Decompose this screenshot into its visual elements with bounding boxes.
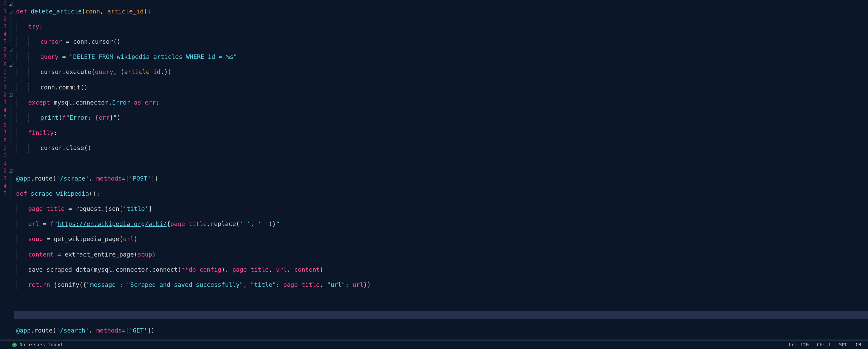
line-number[interactable]: 7 [0,129,7,137]
line-number[interactable]: 5 [0,38,7,46]
code-line[interactable]: .return jsonify({"message": "Scraped and… [14,281,868,289]
code-line[interactable]: ..print(f"Error: {err}") [14,114,868,122]
fold-guide [7,144,14,152]
fold-guide [7,38,14,46]
code-line[interactable]: @app.route('/search', methods=['GET']) [14,327,868,335]
code-line[interactable]: def delete_article(conn, article_id): [14,8,868,15]
code-line[interactable]: ..cursor.execute(query, (article_id,)) [14,68,868,76]
line-number[interactable]: 0 [0,152,7,160]
line-number[interactable]: 7 [0,53,7,61]
code-line[interactable] [14,296,868,304]
fold-guide [7,152,14,160]
code-line[interactable]: def scrape_wikipedia(): [14,190,868,198]
line-number[interactable]: 1 [0,8,7,15]
fold-guide [7,15,14,23]
code-line[interactable]: ..query = "DELETE FROM wikipedia_article… [14,53,868,61]
line-number[interactable]: 5 [0,190,7,198]
fold-guide [7,175,14,183]
fold-guide [7,99,14,106]
line-number[interactable]: 2 [0,167,7,175]
check-circle-icon: ✓ [12,343,17,347]
fold-toggle-icon[interactable] [7,61,14,69]
line-number[interactable]: 4 [0,182,7,190]
line-number[interactable]: 3 [0,23,7,31]
code-line[interactable] [14,159,868,167]
code-line[interactable]: @app.route('/scrape', methods=['POST']) [14,175,868,183]
issues-status[interactable]: No issues found [20,341,62,349]
code-line[interactable]: ..conn.commit() [14,84,868,91]
code-line[interactable]: .content = extract_entire_page(soup) [14,251,868,259]
fold-toggle-icon[interactable] [7,8,14,15]
code-line[interactable]: .try: [14,23,868,31]
line-number[interactable]: 6 [0,46,7,54]
line-number-gutter[interactable]: 0 1 2 3 4 5 6 7 8 9 0 1 2 3 4 5 6 7 8 9 … [0,0,7,340]
status-indent-mode[interactable]: SPC [839,341,847,349]
code-line[interactable]: .page_title = request.json['title'] [14,205,868,213]
code-line[interactable]: .save_scraped_data(mysql.connector.conne… [14,266,868,274]
line-number[interactable]: 1 [0,84,7,91]
status-line-number[interactable]: Ln: 120 [789,341,809,349]
fold-guide [7,84,14,91]
status-column-number[interactable]: Ch: 1 [817,341,831,349]
fold-guide [7,137,14,145]
line-number[interactable]: 0 [0,0,7,8]
line-number[interactable]: 5 [0,114,7,122]
fold-guide [7,30,14,38]
fold-guide [7,114,14,122]
line-number[interactable]: 2 [0,91,7,99]
line-number[interactable]: 9 [0,68,7,76]
code-line[interactable]: .soup = get_wikipedia_page(url) [14,235,868,243]
fold-guide [7,23,14,31]
code-line[interactable]: ..cursor = conn.cursor() [14,38,868,46]
fold-guide [7,106,14,114]
fold-guide [7,129,14,137]
fold-guide [7,182,14,190]
line-number[interactable]: 2 [0,15,7,23]
code-editor[interactable]: 0 1 2 3 4 5 6 7 8 9 0 1 2 3 4 5 6 7 8 9 … [0,0,868,340]
code-line[interactable]: .url = f"https://en.wikipedia.org/wiki/{… [14,220,868,228]
fold-guide [7,76,14,84]
code-line[interactable]: .finally: [14,129,868,137]
fold-toggle-icon[interactable] [7,167,14,175]
line-number[interactable]: 1 [0,159,7,167]
line-number[interactable]: 0 [0,76,7,84]
code-line-current[interactable] [14,311,868,319]
line-number[interactable]: 3 [0,99,7,106]
fold-guide [7,68,14,76]
status-bar: ✓ No issues found Ln: 120 Ch: 1 SPC CR [0,340,868,349]
line-number[interactable]: 4 [0,30,7,38]
fold-toggle-icon[interactable] [7,91,14,99]
fold-guide [7,190,14,198]
fold-toggle-icon[interactable] [7,0,14,8]
line-number[interactable]: 8 [0,61,7,69]
line-number[interactable]: 4 [0,106,7,114]
fold-column [7,0,14,340]
fold-guide [7,122,14,129]
line-number[interactable]: 9 [0,144,7,152]
line-number[interactable]: 6 [0,122,7,129]
code-area[interactable]: def delete_article(conn, article_id): .t… [14,0,868,340]
status-line-ending[interactable]: CR [856,341,861,349]
fold-guide [7,159,14,167]
code-line[interactable]: ..cursor.close() [14,144,868,152]
line-number[interactable]: 3 [0,175,7,183]
fold-guide [7,53,14,61]
line-number[interactable]: 8 [0,137,7,145]
fold-toggle-icon[interactable] [7,46,14,54]
code-line[interactable]: .except mysql.connector.Error as err: [14,99,868,106]
